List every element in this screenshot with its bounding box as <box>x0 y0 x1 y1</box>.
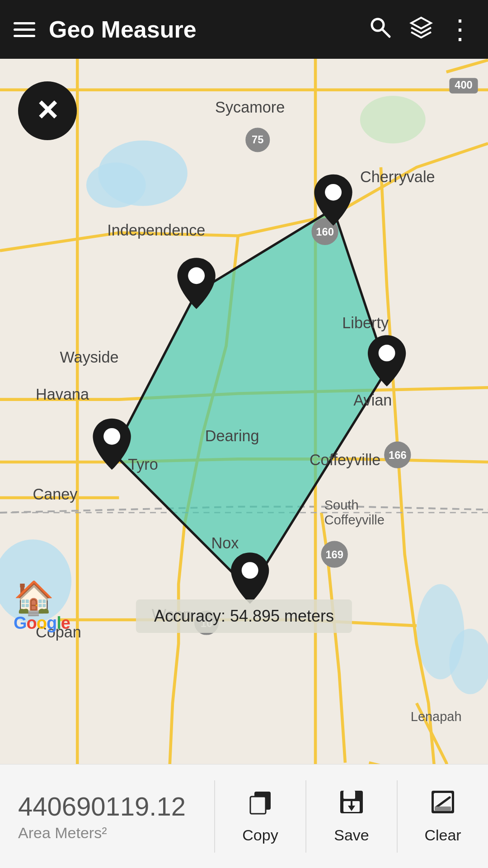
svg-text:Sycamore: Sycamore <box>215 99 285 116</box>
close-icon: ✕ <box>36 97 59 125</box>
svg-text:166: 166 <box>389 449 407 461</box>
home-icon: 🏠 <box>14 579 54 617</box>
copy-icon <box>247 788 274 822</box>
svg-text:Cherryvale: Cherryvale <box>360 168 435 185</box>
save-label: Save <box>334 826 369 844</box>
svg-text:169: 169 <box>325 549 343 561</box>
topbar: Geo Measure ⋮ <box>0 0 488 59</box>
search-button[interactable] <box>368 15 391 44</box>
measurement-value: 440690119.12 <box>18 791 196 821</box>
clear-label: Clear <box>424 826 461 844</box>
clear-button[interactable]: Clear <box>398 779 488 853</box>
svg-text:Nox: Nox <box>211 534 239 552</box>
clear-icon <box>429 788 456 822</box>
svg-text:Independence: Independence <box>107 222 205 239</box>
google-text: Google <box>14 613 70 633</box>
save-icon <box>338 788 365 822</box>
close-button[interactable]: ✕ <box>18 81 77 140</box>
layers-button[interactable] <box>409 15 433 44</box>
measurement-unit: Area Meters² <box>18 824 196 842</box>
svg-marker-2 <box>411 18 431 28</box>
more-button[interactable]: ⋮ <box>446 14 474 45</box>
svg-point-46 <box>103 428 120 445</box>
svg-text:South: South <box>324 498 359 512</box>
svg-text:Caney: Caney <box>33 486 78 503</box>
svg-rect-52 <box>343 791 355 799</box>
svg-point-5 <box>86 162 146 208</box>
svg-line-1 <box>382 29 389 37</box>
svg-text:Liberty: Liberty <box>342 314 389 331</box>
measurement-area: 440690119.12 Area Meters² <box>0 780 214 853</box>
bottombar: 440690119.12 Area Meters² Copy Save <box>0 764 488 868</box>
svg-point-48 <box>379 344 395 361</box>
map-container[interactable]: 75 400 160 166 169 10 Sycamore Cherryval… <box>0 59 488 764</box>
save-button[interactable]: Save <box>306 779 397 853</box>
svg-point-44 <box>325 184 342 201</box>
svg-text:Coffeyville: Coffeyville <box>324 513 385 527</box>
svg-text:160: 160 <box>316 226 334 238</box>
copy-label: Copy <box>242 826 278 844</box>
svg-text:Lenapah: Lenapah <box>411 709 462 724</box>
svg-text:400: 400 <box>455 79 473 91</box>
app-title: Geo Measure <box>49 16 350 43</box>
svg-text:75: 75 <box>252 134 263 146</box>
accuracy-label: Accuracy: 54.895 meters <box>136 599 352 633</box>
google-logo: 🏠 Google <box>14 579 70 633</box>
copy-button[interactable]: Copy <box>215 779 305 853</box>
svg-text:Havana: Havana <box>36 386 89 403</box>
svg-text:Avian: Avian <box>353 392 392 409</box>
svg-point-45 <box>188 267 205 284</box>
svg-text:Tyro: Tyro <box>128 456 158 473</box>
svg-text:Coffeyville: Coffeyville <box>310 451 380 468</box>
svg-rect-59 <box>435 807 451 811</box>
svg-point-9 <box>360 96 426 143</box>
svg-text:Wayside: Wayside <box>60 349 119 366</box>
menu-button[interactable] <box>14 22 35 37</box>
svg-rect-50 <box>250 797 266 814</box>
svg-point-47 <box>242 562 258 579</box>
svg-text:Dearing: Dearing <box>205 427 259 444</box>
